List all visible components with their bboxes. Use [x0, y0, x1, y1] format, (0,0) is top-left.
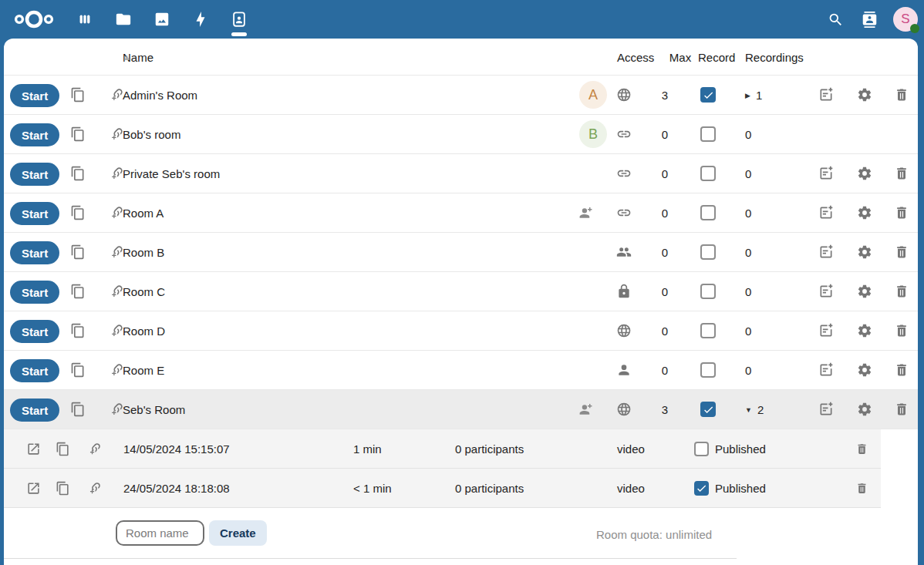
add-shared-link-icon[interactable]: [109, 126, 124, 142]
record-checkbox[interactable]: [700, 284, 716, 299]
room-quota-label: Room quota: unlimited: [596, 528, 712, 541]
copy-room-link-icon[interactable]: [70, 166, 86, 181]
recordings-count-toggle[interactable]: 0: [745, 115, 751, 154]
published-checkbox[interactable]: [694, 481, 709, 496]
start-room-button[interactable]: Start: [10, 399, 59, 422]
published-checkbox[interactable]: [694, 442, 709, 456]
record-checkbox[interactable]: [700, 244, 716, 260]
rooms-table-body: Start Admin's RoomA 3 ▶1 Start Bob's roo…: [4, 76, 918, 429]
recordings-count: 0: [745, 364, 751, 377]
add-shared-link-icon[interactable]: [109, 402, 124, 417]
edit-room-icon[interactable]: [818, 402, 834, 417]
start-room-button[interactable]: Start: [10, 281, 59, 304]
dashboard-app-icon[interactable]: [74, 0, 96, 39]
edit-room-icon[interactable]: [818, 323, 834, 338]
add-shared-link-icon[interactable]: [109, 284, 124, 299]
recordings-count-toggle[interactable]: 0: [745, 351, 751, 390]
recordings-count-toggle[interactable]: ▶1: [745, 76, 762, 115]
share-recording-link-icon[interactable]: [87, 442, 102, 456]
person-access-icon: [616, 362, 632, 378]
copy-room-link-icon[interactable]: [70, 362, 86, 378]
share-recording-link-icon[interactable]: [87, 481, 102, 496]
globe-access-icon: [616, 87, 632, 103]
record-checkbox[interactable]: [700, 402, 716, 417]
recordings-count-toggle[interactable]: 0: [745, 311, 751, 351]
delete-room-icon[interactable]: [894, 166, 909, 181]
record-checkbox[interactable]: [700, 126, 716, 142]
room-name-input[interactable]: [116, 520, 204, 546]
copy-room-link-icon[interactable]: [70, 323, 86, 338]
footer-divider: [4, 558, 737, 559]
start-room-button[interactable]: Start: [10, 359, 59, 382]
record-checkbox[interactable]: [700, 362, 716, 378]
add-shared-link-icon[interactable]: [109, 87, 124, 103]
delete-room-icon[interactable]: [894, 362, 909, 378]
copy-room-link-icon[interactable]: [70, 126, 86, 142]
files-app-icon[interactable]: [113, 0, 134, 39]
delete-room-icon[interactable]: [894, 244, 909, 260]
contacts-icon[interactable]: [859, 9, 879, 29]
open-recording-icon[interactable]: [26, 481, 41, 496]
room-settings-gear-icon[interactable]: [857, 402, 872, 417]
start-room-button[interactable]: Start: [10, 241, 59, 264]
room-settings-gear-icon[interactable]: [857, 284, 872, 299]
edit-room-icon[interactable]: [818, 166, 834, 181]
copy-recording-link-icon[interactable]: [56, 442, 70, 456]
copy-room-link-icon[interactable]: [70, 402, 86, 417]
add-shared-link-icon[interactable]: [109, 323, 124, 338]
add-shared-link-icon[interactable]: [109, 244, 124, 260]
nextcloud-logo[interactable]: [14, 5, 54, 33]
record-checkbox[interactable]: [700, 166, 716, 181]
delete-room-icon[interactable]: [894, 284, 909, 299]
start-room-button[interactable]: Start: [10, 123, 59, 146]
delete-room-icon[interactable]: [894, 402, 909, 417]
edit-room-icon[interactable]: [818, 284, 834, 299]
room-settings-gear-icon[interactable]: [857, 205, 872, 220]
start-room-button[interactable]: Start: [10, 163, 59, 186]
edit-room-icon[interactable]: [818, 205, 834, 220]
create-room-button[interactable]: Create: [209, 520, 267, 546]
delete-recording-icon[interactable]: [855, 482, 868, 495]
delete-room-icon[interactable]: [894, 87, 909, 103]
room-settings-gear-icon[interactable]: [857, 362, 872, 378]
start-room-button[interactable]: Start: [10, 320, 59, 343]
activity-app-icon[interactable]: [190, 0, 211, 39]
copy-room-link-icon[interactable]: [70, 205, 86, 220]
room-settings-gear-icon[interactable]: [857, 244, 872, 260]
delete-recording-icon[interactable]: [855, 442, 868, 456]
edit-room-icon[interactable]: [818, 244, 834, 260]
delete-room-icon[interactable]: [894, 323, 909, 338]
room-row: Start Room A 0 0: [4, 193, 918, 233]
start-room-button[interactable]: Start: [10, 202, 59, 225]
search-icon[interactable]: [825, 9, 845, 29]
copy-room-link-icon[interactable]: [70, 284, 86, 299]
record-checkbox[interactable]: [700, 323, 716, 338]
recordings-count-toggle[interactable]: 0: [745, 193, 751, 233]
edit-room-icon[interactable]: [818, 362, 834, 378]
photos-app-icon[interactable]: [151, 0, 173, 39]
edit-room-icon[interactable]: [818, 87, 834, 103]
copy-room-link-icon[interactable]: [70, 87, 86, 103]
recordings-count-toggle[interactable]: 0: [745, 154, 751, 193]
start-room-button[interactable]: Start: [10, 84, 59, 107]
room-settings-gear-icon[interactable]: [857, 87, 872, 103]
recordings-count-toggle[interactable]: ▼2: [745, 390, 764, 429]
recordings-count-toggle[interactable]: 0: [745, 233, 751, 272]
delete-room-icon[interactable]: [894, 205, 909, 220]
add-shared-link-icon[interactable]: [109, 205, 124, 220]
room-settings-gear-icon[interactable]: [857, 166, 872, 181]
user-avatar[interactable]: S: [893, 7, 918, 32]
add-shared-link-icon[interactable]: [109, 362, 124, 378]
open-recording-icon[interactable]: [26, 442, 41, 456]
bbb-app-icon[interactable]: [228, 0, 250, 39]
room-settings-gear-icon[interactable]: [857, 323, 872, 338]
record-checkbox[interactable]: [700, 205, 716, 220]
recordings-count-toggle[interactable]: 0: [745, 272, 751, 311]
copy-recording-link-icon[interactable]: [56, 481, 70, 496]
copy-room-link-icon[interactable]: [70, 244, 86, 260]
add-shared-link-icon[interactable]: [109, 166, 124, 181]
published-toggle: Published: [694, 429, 766, 469]
record-checkbox[interactable]: [700, 87, 716, 103]
room-name: Bob's room: [123, 115, 180, 154]
online-status-dot: [910, 24, 919, 33]
